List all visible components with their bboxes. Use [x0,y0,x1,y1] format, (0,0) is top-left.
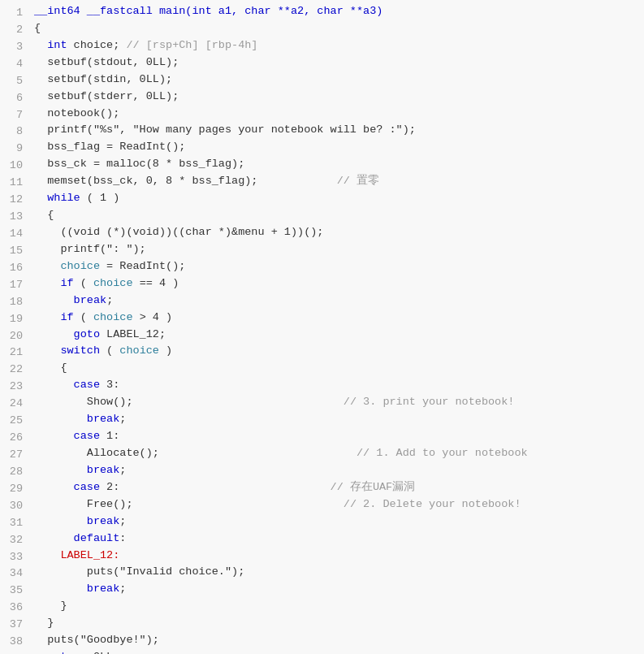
code-line: break; [34,292,636,310]
line-number: 36 [0,600,23,617]
code-line: } [34,598,636,615]
code-line: setbuf(stdout, 0LL); [34,54,636,71]
line-number: 18 [0,294,23,311]
line-number: 24 [0,396,23,413]
code-line: break; [34,411,636,428]
line-number: 25 [0,413,23,430]
line-number: 38 [0,634,23,651]
line-number: 28 [0,464,23,481]
line-number: 15 [0,243,23,260]
code-line: } [34,615,636,632]
line-number: 21 [0,344,23,362]
code-line: { [34,207,636,224]
line-number: 32 [0,532,23,549]
code-line: puts("Goodbye!"); [34,632,636,649]
code-line: bss_flag = ReadInt(); [34,139,636,156]
line-number: 6 [0,90,23,107]
code-line: choice = ReadInt(); [34,258,636,275]
code-line: notebook(); [34,106,636,123]
code-line: printf("%s", "How many pages your notebo… [34,122,636,139]
code-container: 1234567891011121314151617181920212223242… [0,0,644,654]
code-body[interactable]: __int64 __fastcall main(int a1, char **a… [29,3,644,654]
line-number: 19 [0,311,23,328]
line-number: 7 [0,107,23,124]
line-number: 5 [0,73,23,90]
line-number: 17 [0,277,23,294]
line-number: 29 [0,481,23,498]
code-line: break; [34,581,636,598]
line-number: 8 [0,123,23,141]
code-line: __int64 __fastcall main(int a1, char **a… [34,3,636,20]
code-line: LABEL_12: [34,548,636,565]
code-line: printf(": "); [34,241,636,258]
line-number: 27 [0,447,23,464]
line-number: 30 [0,498,23,515]
line-number: 12 [0,192,23,209]
line-number: 39 [0,651,23,654]
code-line: { [34,360,636,377]
line-number: 22 [0,362,23,379]
line-numbers: 1234567891011121314151617181920212223242… [0,3,29,654]
code-line: if ( choice == 4 ) [34,275,636,292]
code-line: if ( choice > 4 ) [34,310,636,327]
line-number: 35 [0,583,23,600]
line-number: 33 [0,549,23,566]
line-number: 20 [0,328,23,345]
line-number: 14 [0,226,23,243]
code-line: setbuf(stdin, 0LL); [34,71,636,89]
line-number: 23 [0,379,23,396]
code-line: break; [34,462,636,479]
line-number: 13 [0,209,23,226]
line-number: 31 [0,515,23,532]
code-line: while ( 1 ) [34,190,636,207]
code-line: memset(bss_ck, 0, 8 * bss_flag); // 置零 [34,173,636,190]
code-line: ((void (*)(void))((char *)&menu + 1))(); [34,224,636,241]
code-line: case 1: [34,428,636,445]
code-line: puts("Invalid choice."); [34,564,636,581]
line-number: 3 [0,39,23,56]
line-number: 2 [0,22,23,39]
code-line: switch ( choice ) [34,343,636,360]
code-line: Free(); // 2. Delete your notebook! [34,496,636,513]
code-line: bss_ck = malloc(8 * bss_flag); [34,156,636,173]
line-number: 34 [0,565,23,583]
line-number: 16 [0,260,23,277]
code-line: goto LABEL_12; [34,327,636,344]
line-number: 4 [0,56,23,73]
code-line: { [34,20,636,37]
code-line: case 3: [34,377,636,394]
code-line: break; [34,513,636,531]
code-line: setbuf(stderr, 0LL); [34,89,636,106]
line-number: 26 [0,430,23,447]
code-line: int choice; // [rsp+Ch] [rbp-4h] [34,37,636,54]
line-number: 1 [0,5,23,22]
code-line: case 2: // 存在UAF漏洞 [34,479,636,496]
code-line: Allocate(); // 1. Add to your notebook [34,445,636,462]
line-number: 37 [0,617,23,634]
line-number: 9 [0,141,23,158]
code-line: return 0LL; [34,649,636,654]
line-number: 10 [0,158,23,175]
code-line: Show(); // 3. print your notebook! [34,394,636,411]
code-line: default: [34,531,636,548]
line-number: 11 [0,175,23,192]
